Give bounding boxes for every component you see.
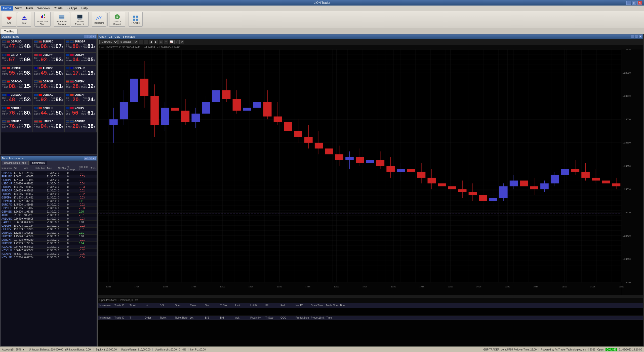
- cell-pctchg: 0: [66, 228, 78, 231]
- tab-trading[interactable]: Trading: [1, 29, 18, 34]
- menu-help[interactable]: Help: [79, 6, 90, 11]
- rate-card-gbpchf[interactable]: GBPCHF Bid 1.119 96↓ Ask 1.120 01↑: [33, 79, 65, 92]
- inst-maximize-btn[interactable]: □: [88, 157, 92, 160]
- zoom-out-btn[interactable]: −: [144, 40, 148, 44]
- buy-button[interactable]: Buy: [17, 12, 31, 27]
- rate-card-eurgbp[interactable]: EURGBP Bid 0.868 80↓ Ask 0.868 81↑: [65, 39, 96, 52]
- table-row[interactable]: GBPCHF 1.11965 1.12017 21:30:03 0 0 -0.0…: [1, 207, 97, 210]
- scroll-right-btn[interactable]: ▶: [154, 40, 158, 44]
- rate-card-usdchf[interactable]: USDCHF Bid 0.899 95↓ Ask 0.899 98↑: [1, 66, 33, 79]
- rate-card-eurchf[interactable]: EURCHF Bid 0.972 20↓ Ask 0.972 24↑: [65, 92, 96, 106]
- cell-roll: -0.01: [78, 214, 90, 217]
- table-row[interactable]: GBPAUD 1.87172 1.87194 21:30:02 0 0 0.01: [1, 199, 97, 203]
- table-row[interactable]: EURGBP 0.86808 0.86818 21:30:03 0 0 -0.0…: [1, 189, 97, 192]
- tab-instruments[interactable]: Instruments: [29, 161, 47, 165]
- instrument-select[interactable]: GBPUSD: [99, 40, 118, 44]
- menu-charts[interactable]: Charts: [52, 6, 64, 11]
- table-row[interactable]: EURCAD 1.45926 1.45986 21:30:02 0 0 0.00: [1, 235, 97, 238]
- table-row[interactable]: EURNZD 1.72109 1.72194 21:30:02 0 0 0.04: [1, 242, 97, 245]
- desktop-profile-button[interactable]: Desktop Profile ▼: [71, 12, 89, 27]
- rate-card-eurcad[interactable]: EURCAD Bid 1.459 92↓ Ask 1.459 98↑: [33, 92, 65, 106]
- inst-minimize-btn[interactable]: ─: [84, 157, 88, 160]
- table-row[interactable]: USDCHF 0.89950 0.89982 21:30:04 0 0 -0.0…: [1, 182, 97, 185]
- cell-instrument: GBPCHF: [1, 207, 13, 210]
- rate-card-nzdjpy[interactable]: NZDJPY Bid 86.5 56↓ Ask 86.6 61↑: [65, 106, 96, 119]
- menu-view[interactable]: View: [13, 6, 24, 11]
- rate-card-usdcad[interactable]: USDCAD Bid 1.350 04↓ Ask 1.350 06↑: [33, 119, 65, 132]
- rate-card-nzdcad[interactable]: NZDCAD Bid 0.847 76↓ Ask 0.848 80↑: [1, 106, 33, 119]
- rate-card-nzdusd[interactable]: NZDUSD Bid 0.627 76↓ Ask 0.627 78↑: [1, 119, 33, 132]
- table-row[interactable]: NZDJPY 86.560 86.610 21:30:03 0 0 -0.05: [1, 252, 97, 256]
- table-row[interactable]: AUDJ 91.718 91.723 21:30:02 0 0 -0.01: [1, 214, 97, 217]
- rate-card-eurjpy[interactable]: EURJPY Bid 149.0 04↓ Ask 149.0 05↑: [65, 53, 96, 66]
- scroll-left-btn[interactable]: ◀: [149, 40, 153, 44]
- table-row[interactable]: CADCHF 0.66590 0.66638 21:30:03 0 0 0.00: [1, 221, 97, 224]
- draw-line-btn[interactable]: ╱: [174, 40, 179, 44]
- close-button[interactable]: ✕: [637, 1, 642, 5]
- dr-minimize-btn[interactable]: ─: [84, 35, 88, 38]
- indicators-button[interactable]: Indicators: [92, 12, 106, 27]
- table-row[interactable]: NZDCAD 0.84763 0.84803 21:30:01 0 0 -0.0…: [1, 245, 97, 249]
- table-row[interactable]: GBPUSD 1.24474 1.24483 21:30:03 0 0 -0.0…: [1, 171, 97, 175]
- menu-windows[interactable]: Windows: [35, 6, 52, 11]
- make-deposit-button[interactable]: $ Make a Deposit: [109, 12, 125, 27]
- rate-card-gbpaud[interactable]: GBPAUD Bid 1.871 17↓ Ask 1.871 19↑: [65, 66, 96, 79]
- table-row[interactable]: EURJPY 149.045 149.057 21:30:03 0 0 -0.0…: [1, 185, 97, 189]
- zoom-in-btn[interactable]: +: [139, 40, 143, 44]
- pair-name: USDCHF: [11, 67, 21, 70]
- chart-scrollbar[interactable]: [98, 295, 643, 297]
- table-row[interactable]: AUDUSD 0.66499 0.66508 21:30:03 0 0 -0.0…: [1, 217, 97, 221]
- table-row[interactable]: GBPJPY 171.674 171.691 21:30:02 0 0 -0.0…: [1, 196, 97, 199]
- tab-dealing-rates-table[interactable]: Dealing Rates Table: [2, 161, 29, 165]
- table-row[interactable]: CHFJPY 153.289 153.329 21:30:01 0 0 -0.0…: [1, 228, 97, 231]
- dr-maximize-btn[interactable]: □: [88, 35, 92, 38]
- rate-card-gbpjpy[interactable]: GBPJPY Bid 171.6 67↓ Ask 171.6 69↑: [1, 53, 33, 66]
- rate-card-gbpcad[interactable]: GBPCAD Bid 1.680 08↓ Ask 1.681 15↑: [1, 79, 33, 92]
- datetime: 21/05/2023 14:10:00: [619, 348, 642, 351]
- rate-card-gbpusd[interactable]: GBPUSD Bid 1.244 47↓ Ask 1.244 48↑: [1, 39, 33, 52]
- crosshair-btn[interactable]: ✛: [164, 40, 168, 44]
- menu-fxapps[interactable]: FXApps: [65, 6, 79, 11]
- minimize-button[interactable]: ─: [626, 1, 631, 5]
- cell-instrument: NZDCHF: [1, 249, 13, 252]
- fxapps-button[interactable]: FXApps: [129, 12, 143, 27]
- rate-card-usdjpy[interactable]: USDJPY Bid 137.9 92↓ Ask 137.9 93↑: [33, 53, 65, 66]
- table-row[interactable]: EURCAD 1.45926 1.45986 21:30:02 0 0 -0.0…: [1, 203, 97, 207]
- chart-minimize-btn[interactable]: ─: [631, 35, 634, 38]
- menu-home[interactable]: Home: [1, 6, 13, 11]
- rate-card-eurusd[interactable]: EURUSD Bid 1.080 06↓ Ask 1.080 07↑: [33, 39, 65, 52]
- dr-close-btn[interactable]: ✕: [92, 35, 96, 38]
- table-row[interactable]: NZDUSD 0.62764 0.62784 21:30:03 0 0 -0.0…: [1, 256, 97, 259]
- cell-time: 21:30:03: [46, 252, 57, 256]
- indicators-chart-btn[interactable]: 📈: [169, 40, 174, 44]
- table-row[interactable]: CADJPY 101.718 101.144 21:30:01 0 0 -0.0…: [1, 224, 97, 228]
- rate-card-gbpnzd[interactable]: GBPNZD Bid 1.982 20↓ Ask 1.983 38↑: [65, 119, 96, 132]
- chart-canvas[interactable]: 1.243501.243901.244301.244701.245101.245…: [98, 49, 643, 295]
- chart-close-btn[interactable]: ✕: [639, 35, 642, 38]
- rate-card-euraud[interactable]: EURAUD Bid 1.624 48↓ Ask 1.625 52↑: [1, 92, 33, 106]
- table-row[interactable]: GBPNZD 1.96206 1.98385 21:30:02 0 0 0.05: [1, 210, 97, 214]
- instrument-catalog-button[interactable]: Instrument Catalog: [54, 12, 70, 27]
- properties-btn[interactable]: ⚙: [179, 40, 184, 44]
- table-row[interactable]: EURAUD 1.62464 1.62523 21:30:03 0 0 0.01: [1, 231, 97, 235]
- table-row[interactable]: EURCHF 0.97208 0.97240 21:30:02 0 0 -0.0…: [1, 238, 97, 242]
- new-chart-button[interactable]: New Chart Chart: [34, 12, 51, 27]
- svg-rect-144: [540, 183, 549, 189]
- table-row[interactable]: USDJPY 137.923 137.035 21:30:02 0 0 -0.0…: [1, 178, 97, 182]
- svg-text:18:25: 18:25: [248, 286, 254, 288]
- chart-maximize-btn[interactable]: □: [635, 35, 638, 38]
- table-row[interactable]: EURJPY 149.045 149.057 21:30:02 0 0 -0.0…: [1, 192, 97, 196]
- maximize-button[interactable]: □: [632, 1, 636, 5]
- rate-card-audusd[interactable]: AUDUSD Bid 0.664 49↓ Ask 0.665 50↑: [33, 66, 65, 79]
- inst-close-btn[interactable]: ✕: [92, 157, 96, 160]
- rate-card-chfjpy[interactable]: CHFJPY Bid 153.2 28↓ Ask 153.3 32↑: [65, 79, 96, 92]
- account-info[interactable]: Account(S): 5546 ▼: [2, 348, 25, 351]
- cell-roll: -0.03: [78, 207, 90, 210]
- timeframe-select[interactable]: 5 Minutes 1 Minute 15 Minutes 1 Hour 1 D…: [118, 40, 138, 44]
- table-row[interactable]: NZDCHF 0.56447 0.56507 21:30:03 0 0 -0.0…: [1, 249, 97, 252]
- table-row[interactable]: EURUSD 1.08071 1.08075 21:30:03 0 0 -0.0…: [1, 175, 97, 178]
- menu-trade[interactable]: Trade: [24, 6, 35, 11]
- chart-type-btn[interactable]: 🕯: [159, 40, 163, 44]
- sell-button[interactable]: Sell: [2, 12, 16, 27]
- rate-card-nzdchf[interactable]: NZDCHF Bid 0.564 44↓ Ask 0.565 50↑: [33, 106, 65, 119]
